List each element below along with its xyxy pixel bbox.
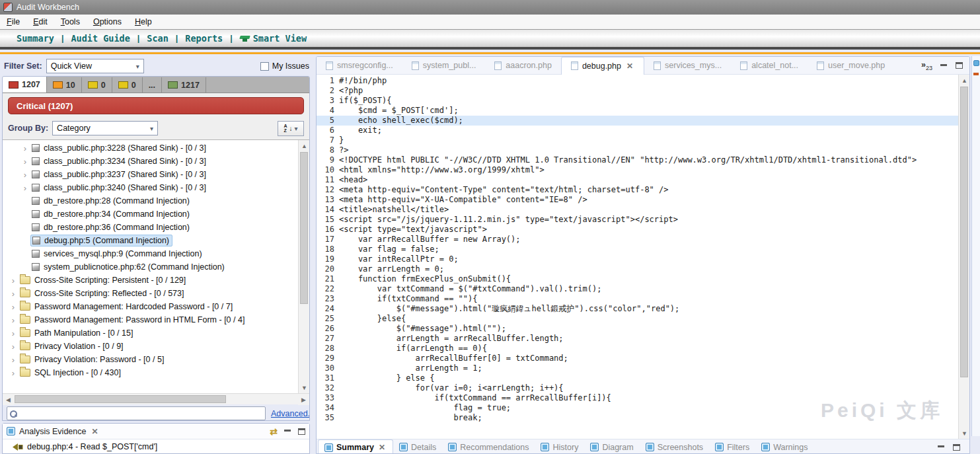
advanced-link[interactable]: Advanced...	[271, 409, 310, 418]
tree-item-body[interactable]: Privacy Violation: Password - [0 / 5]	[19, 354, 167, 365]
tree-item[interactable]: ›Cross-Site Scripting: Persistent - [0 /…	[3, 274, 297, 287]
tree-item-body[interactable]: Password Management: Hardcoded Password …	[19, 301, 235, 312]
scrollbar-thumb[interactable]	[300, 152, 308, 304]
my-issues-checkbox[interactable]	[260, 62, 269, 71]
toolbar-item-scan[interactable]: Scan	[139, 33, 176, 44]
tree-item[interactable]: ›debug.php:5 (Command Injection)	[3, 234, 297, 247]
editor-tab-debug-php[interactable]: debug.php✕	[561, 57, 644, 75]
filter-set-dropdown[interactable]: Quick View ▾	[46, 59, 144, 73]
code-line[interactable]: 32 for(var i=0; i<arrLength; i++){	[317, 383, 958, 393]
code-line[interactable]: 26 $("#message").html("");	[317, 324, 958, 334]
scrollbar-thumb[interactable]	[960, 87, 968, 377]
code-line[interactable]: 29 arrRecallBuffer[0] = txtCommand;	[317, 354, 958, 363]
maximize-icon[interactable]	[953, 444, 960, 451]
critical-banner[interactable]: Critical (1207)	[8, 97, 304, 114]
code-line[interactable]: 23 if(txtCommand == ""){	[317, 294, 958, 304]
severity-tab-0[interactable]: 1207	[3, 76, 47, 93]
scrollbar-thumb[interactable]	[15, 395, 226, 403]
tree-item[interactable]: ›db_restore.php:34 (Command Injection)	[3, 208, 297, 221]
tab-filters[interactable]: Filters	[709, 439, 755, 454]
scroll-right-icon[interactable]: ▶	[298, 394, 309, 405]
close-icon[interactable]: ✕	[90, 427, 99, 436]
scroll-down-icon[interactable]: ▼	[299, 382, 309, 393]
toolbar-item-reports[interactable]: Reports	[178, 33, 230, 44]
chevron-right-icon[interactable]: ›	[8, 342, 19, 351]
tab-diagram[interactable]: Diagram	[584, 439, 639, 454]
tree-item[interactable]: ›Path Manipulation - [0 / 15]	[3, 326, 297, 340]
search-input[interactable]	[19, 408, 265, 419]
chevron-right-icon[interactable]: ›	[8, 369, 19, 377]
tree-item-body[interactable]: Path Manipulation - [0 / 15]	[19, 328, 135, 338]
severity-tab-2[interactable]: 0	[82, 77, 112, 93]
tree-item-body[interactable]: Password Management: Password in HTML Fo…	[19, 315, 247, 325]
code-line[interactable]: 24 $("#message").html("璇疯緭鍏ュhell鍛戒护").cs…	[317, 304, 958, 314]
severity-tab-1[interactable]: 10	[47, 77, 82, 93]
chevron-right-icon[interactable]: ›	[20, 170, 30, 179]
code-line[interactable]: 3if($_POST){	[317, 96, 958, 106]
tree-item[interactable]: ›db_restore.php:36 (Command Injection)	[3, 221, 297, 234]
code-line[interactable]: 18 var flag = false;	[317, 245, 958, 254]
code-line[interactable]: 27 arrLength = arrRecallBuffer.length;	[317, 334, 958, 344]
code-line[interactable]: 5 echo shell_exec($cmd);	[317, 116, 958, 126]
tree-item[interactable]: ›db_restore.php:28 (Command Injection)	[3, 194, 297, 208]
panel-icon[interactable]	[973, 60, 979, 66]
code-line[interactable]: 15<script src="/js/jquery-1.11.2.min.js"…	[317, 215, 958, 225]
code-line[interactable]: 8?>	[317, 145, 958, 155]
tree-item[interactable]: ›class_public.php:3228 (Shared Sink) - […	[3, 141, 297, 155]
scroll-left-icon[interactable]: ◀	[3, 394, 14, 405]
code-line[interactable]: 7}	[317, 135, 958, 145]
code-line[interactable]: 1#!/bin/php	[317, 76, 958, 86]
tree-horizontal-scrollbar[interactable]: ◀ ▶	[3, 393, 309, 404]
code-line[interactable]: 12<meta http-equiv="Content-Type" conten…	[317, 185, 958, 195]
chevron-right-icon[interactable]: ›	[20, 157, 30, 166]
editor-tab-user-move-php[interactable]: user_move.php	[808, 57, 894, 75]
maximize-icon[interactable]	[298, 428, 305, 435]
code-line[interactable]: 31 } else {	[317, 373, 958, 383]
search-box[interactable]	[7, 406, 266, 420]
code-line[interactable]: 22 var txtCommand = $("#txtCommand").val…	[317, 284, 958, 294]
tab-recommendations[interactable]: Recommendations	[442, 439, 535, 454]
tree-item-body[interactable]: class_public.php:3234 (Shared Sink) - [0…	[30, 156, 209, 167]
code-line[interactable]: 21 function frmExecPlus_onSubmit(){	[317, 274, 958, 284]
tab-history[interactable]: History	[535, 439, 584, 454]
tree-item-body[interactable]: Privacy Violation - [0 / 9]	[19, 341, 126, 352]
analysis-evidence-tab[interactable]: Analysis Evidence	[19, 427, 86, 436]
tree-item-body[interactable]: db_restore.php:34 (Command Injection)	[30, 209, 192, 219]
code-line[interactable]: 34 flag = true;	[317, 403, 958, 413]
tree-item[interactable]: ›class_public.php:3240 (Shared Sink) - […	[3, 181, 297, 194]
tab-warnings[interactable]: Warnings	[755, 439, 813, 454]
editor-vertical-scrollbar[interactable]: ▲ ▼	[958, 75, 969, 439]
chevron-right-icon[interactable]: ›	[20, 144, 30, 153]
severity-tab-3[interactable]: 0	[112, 77, 143, 93]
tree-item-body[interactable]: class_public.php:3237 (Shared Sink) - [0…	[30, 169, 209, 180]
code-line[interactable]: 11<head>	[317, 175, 958, 185]
code-line[interactable]: 17 var arrRecallBuffer = new Array();	[317, 235, 958, 245]
chevron-right-icon[interactable]: ›	[8, 289, 19, 298]
severity-tab-4[interactable]: ...	[143, 77, 162, 93]
tree-item-body[interactable]: Cross-Site Scripting: Persistent - [0 / …	[19, 275, 188, 285]
tree-item[interactable]: ›Password Management: Password in HTML F…	[3, 313, 297, 326]
code-line[interactable]: 10<html xmlns="http://www.w3.org/1999/xh…	[317, 165, 958, 175]
menu-item-tools[interactable]: Tools	[54, 15, 87, 28]
minimize-icon[interactable]	[938, 444, 945, 450]
tree-item[interactable]: ›Privacy Violation - [0 / 9]	[3, 340, 297, 353]
code-line[interactable]: 20 var arrLength = 0;	[317, 264, 958, 274]
editor-tab-aaacron-php[interactable]: aaacron.php	[485, 57, 561, 75]
severity-tab-5[interactable]: 1217	[162, 77, 206, 93]
code-line[interactable]: 16<script type="text/javascript">	[317, 225, 958, 235]
tree-item-body[interactable]: services_mysql.php:9 (Command Injection)	[30, 248, 205, 259]
maximize-icon[interactable]	[956, 62, 963, 69]
tree-item-body[interactable]: db_restore.php:36 (Command Injection)	[30, 222, 192, 233]
tree-item[interactable]: ›class_public.php:3234 (Shared Sink) - […	[3, 155, 297, 168]
editor-tab-smsregconfig[interactable]: smsregconfig...	[317, 57, 402, 75]
chevron-right-icon[interactable]: ›	[8, 329, 19, 338]
close-icon[interactable]: ✕	[625, 61, 634, 71]
tab-summary[interactable]: Summary✕	[318, 439, 393, 454]
close-icon[interactable]: ✕	[377, 443, 387, 452]
scroll-down-icon[interactable]: ▼	[959, 428, 969, 439]
tree-item-body[interactable]: class_public.php:3228 (Shared Sink) - [0…	[30, 143, 209, 153]
minimize-icon[interactable]	[940, 63, 948, 69]
evidence-row[interactable]: debug.php:4 - Read $_POST['cmd']	[3, 439, 309, 451]
editor-tab-alcatel-not[interactable]: alcatel_not...	[731, 57, 808, 75]
chevron-right-icon[interactable]: ›	[8, 276, 19, 285]
